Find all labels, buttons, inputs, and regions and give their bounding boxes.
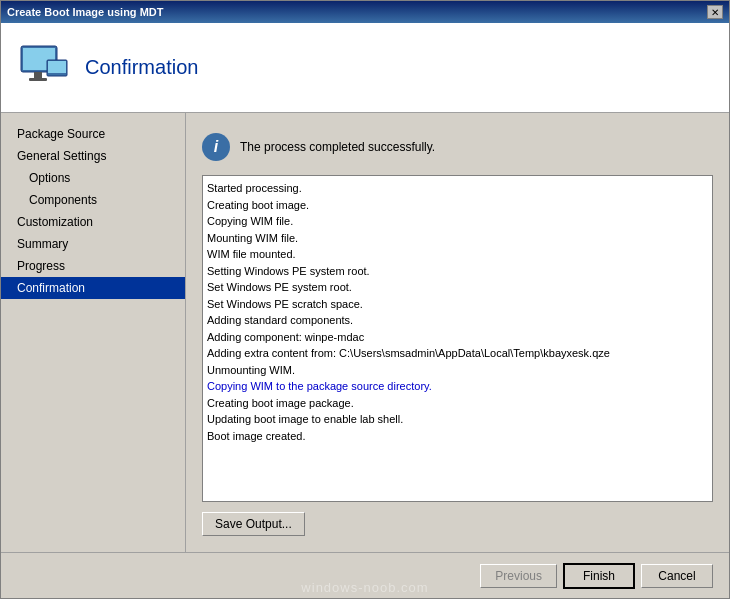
sidebar-item-options[interactable]: Options	[1, 167, 185, 189]
dialog-footer: Previous Finish Cancel	[1, 552, 729, 598]
window-title: Create Boot Image using MDT	[7, 6, 163, 18]
sidebar-item-customization[interactable]: Customization	[1, 211, 185, 233]
save-output-button[interactable]: Save Output...	[202, 512, 305, 536]
log-line: Adding extra content from: C:\Users\smsa…	[207, 345, 708, 362]
log-line: Unmounting WIM.	[207, 362, 708, 379]
sidebar-item-progress[interactable]: Progress	[1, 255, 185, 277]
dialog-header: Confirmation	[1, 23, 729, 113]
svg-rect-5	[48, 61, 66, 73]
wizard-icon	[17, 42, 69, 94]
log-line: Adding component: winpe-mdac	[207, 329, 708, 346]
log-line: Creating boot image.	[207, 197, 708, 214]
sidebar-item-confirmation[interactable]: Confirmation	[1, 277, 185, 299]
status-text: The process completed successfully.	[240, 140, 435, 154]
sidebar-item-package-source[interactable]: Package Source	[1, 123, 185, 145]
finish-button[interactable]: Finish	[563, 563, 635, 589]
previous-button[interactable]: Previous	[480, 564, 557, 588]
dialog-title: Confirmation	[85, 56, 198, 79]
info-icon: i	[202, 133, 230, 161]
log-line: Creating boot image package.	[207, 395, 708, 412]
sidebar-item-general-settings[interactable]: General Settings	[1, 145, 185, 167]
log-line: WIM file mounted.	[207, 246, 708, 263]
main-content: i The process completed successfully. St…	[186, 113, 729, 552]
log-output[interactable]: Started processing.Creating boot image.C…	[202, 175, 713, 502]
log-line: Boot image created.	[207, 428, 708, 445]
log-line: Mounting WIM file.	[207, 230, 708, 247]
sidebar-item-summary[interactable]: Summary	[1, 233, 185, 255]
log-line: Set Windows PE system root.	[207, 279, 708, 296]
close-button[interactable]: ✕	[707, 5, 723, 19]
log-line: Updating boot image to enable lab shell.	[207, 411, 708, 428]
cancel-button[interactable]: Cancel	[641, 564, 713, 588]
log-line: Set Windows PE scratch space.	[207, 296, 708, 313]
svg-rect-2	[34, 72, 42, 78]
log-line: Started processing.	[207, 180, 708, 197]
log-line: Setting Windows PE system root.	[207, 263, 708, 280]
dialog-body: Package SourceGeneral SettingsOptionsCom…	[1, 113, 729, 552]
log-line: Copying WIM to the package source direct…	[207, 378, 708, 395]
svg-rect-3	[29, 78, 47, 81]
title-bar: Create Boot Image using MDT ✕	[1, 1, 729, 23]
sidebar: Package SourceGeneral SettingsOptionsCom…	[1, 113, 186, 552]
status-row: i The process completed successfully.	[202, 129, 713, 165]
log-line: Copying WIM file.	[207, 213, 708, 230]
sidebar-item-components[interactable]: Components	[1, 189, 185, 211]
log-line: Adding standard components.	[207, 312, 708, 329]
